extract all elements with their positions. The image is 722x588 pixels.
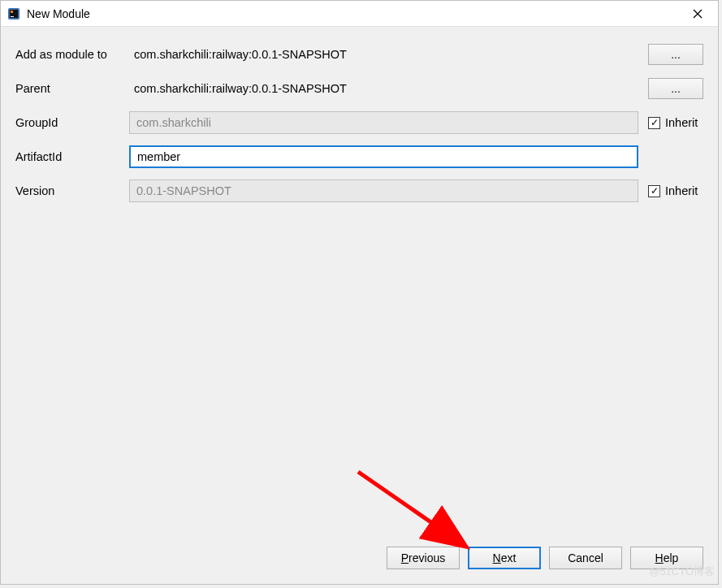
artifact-id-input[interactable] bbox=[129, 145, 638, 168]
next-button[interactable]: Next bbox=[468, 547, 541, 569]
version-row: Version ✓ Inherit bbox=[15, 179, 703, 202]
title-bar: New Module bbox=[1, 1, 718, 27]
add-as-module-browse-button[interactable]: ... bbox=[648, 44, 703, 65]
group-id-input bbox=[129, 111, 638, 134]
new-module-dialog: New Module Add as module to com.sharkchi… bbox=[0, 0, 719, 585]
parent-row: Parent com.sharkchili:railway:0.0.1-SNAP… bbox=[15, 77, 703, 100]
version-inherit-checkbox[interactable]: ✓ Inherit bbox=[648, 184, 703, 197]
add-as-module-row: Add as module to com.sharkchili:railway:… bbox=[15, 43, 703, 66]
cancel-button[interactable]: Cancel bbox=[549, 547, 622, 569]
help-button[interactable]: Help bbox=[630, 547, 703, 569]
close-button[interactable] bbox=[681, 2, 715, 26]
parent-value: com.sharkchili:railway:0.0.1-SNAPSHOT bbox=[129, 82, 638, 95]
group-id-inherit-checkbox[interactable]: ✓ Inherit bbox=[648, 116, 703, 129]
group-id-label: GroupId bbox=[15, 116, 129, 129]
dialog-content: Add as module to com.sharkchili:railway:… bbox=[1, 27, 718, 537]
svg-rect-2 bbox=[11, 11, 13, 13]
group-id-row: GroupId ✓ Inherit bbox=[15, 111, 703, 134]
button-bar: Previous Next Cancel Help bbox=[1, 537, 718, 584]
artifact-id-row: ArtifactId bbox=[15, 145, 703, 168]
parent-label: Parent bbox=[15, 82, 129, 95]
version-input bbox=[129, 179, 638, 202]
inherit-label: Inherit bbox=[665, 184, 698, 197]
add-as-module-label: Add as module to bbox=[15, 48, 129, 61]
parent-browse-button[interactable]: ... bbox=[648, 78, 703, 99]
checkbox-icon: ✓ bbox=[648, 185, 660, 197]
inherit-label: Inherit bbox=[665, 116, 698, 129]
app-icon bbox=[7, 7, 20, 20]
svg-rect-3 bbox=[11, 16, 14, 17]
checkbox-icon: ✓ bbox=[648, 117, 660, 129]
version-label: Version bbox=[15, 184, 129, 197]
dialog-title: New Module bbox=[27, 7, 681, 20]
previous-button[interactable]: Previous bbox=[387, 547, 460, 569]
artifact-id-label: ArtifactId bbox=[15, 150, 129, 163]
add-as-module-value: com.sharkchili:railway:0.0.1-SNAPSHOT bbox=[129, 48, 638, 61]
